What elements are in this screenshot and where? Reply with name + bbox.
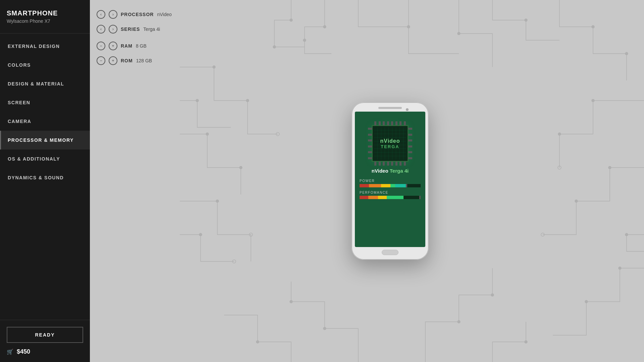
phone-speaker	[378, 107, 402, 109]
svg-point-0	[407, 25, 410, 28]
phone-camera	[406, 108, 409, 111]
price-row: 🛒 $450	[7, 348, 83, 355]
price-value: $450	[17, 348, 30, 355]
svg-point-26	[273, 46, 276, 48]
perf-bar-section: PERFOMANCE	[360, 191, 421, 199]
sidebar-item-design-material[interactable]: DESIGN & MATERIAL	[0, 74, 90, 93]
chip-title-brand: nVideo	[372, 168, 388, 174]
svg-point-18	[206, 133, 209, 135]
perf-bar-track	[360, 196, 421, 199]
sidebar-item-dynamics-sound[interactable]: DYNAMICS & SOUND	[0, 168, 90, 187]
chip-title-series: Terga 4i	[390, 168, 409, 174]
svg-point-20	[216, 200, 219, 202]
power-bar-track	[360, 184, 421, 187]
chip-visual: nVideo TERGA	[372, 125, 409, 162]
sidebar-item-os-additionaly[interactable]: OS & ADDITIONALY	[0, 149, 90, 168]
processor-label: PROCESSOR	[121, 12, 154, 17]
cart-icon: 🛒	[7, 349, 13, 355]
series-label: SERIES	[121, 26, 140, 32]
processor-value: nVideo	[157, 12, 171, 17]
processor-row: ‹ › PROCESSOR nVideo	[97, 10, 172, 19]
perf-bar-fill	[360, 196, 404, 199]
svg-point-22	[213, 66, 215, 68]
svg-point-10	[619, 267, 621, 269]
svg-point-1	[458, 32, 460, 35]
sidebar-item-colors[interactable]: COLORS	[0, 56, 90, 74]
phone-mockup: nVideo TERGA nVideo Terga 4i POWER	[352, 102, 429, 260]
rom-label: ROM	[121, 58, 133, 63]
series-value: Terga 4i	[143, 26, 160, 32]
svg-point-23	[246, 99, 249, 102]
series-next-btn[interactable]: ›	[109, 25, 117, 34]
sidebar: SMARTPHONE Wylsacom Phone X7 EXTERNAL DE…	[0, 0, 90, 362]
processor-prev-btn[interactable]: ‹	[97, 10, 105, 19]
brand-title: SMARTPHONE	[7, 9, 83, 17]
chip-full-title: nVideo Terga 4i	[372, 168, 409, 174]
rom-plus-btn[interactable]: +	[109, 56, 117, 65]
chip-pins-top	[374, 121, 406, 125]
svg-point-5	[592, 99, 594, 102]
svg-point-28	[303, 39, 306, 42]
chip-model: TERGA	[380, 144, 400, 149]
sidebar-header: SMARTPHONE Wylsacom Phone X7	[0, 0, 90, 34]
rom-row: − + ROM 128 GB	[97, 56, 172, 65]
sidebar-nav: EXTERNAL DESIGNCOLORSDESIGN & MATERIALSC…	[0, 37, 90, 320]
brand-model: Wylsacom Phone X7	[7, 18, 83, 24]
power-label: POWER	[360, 179, 421, 183]
svg-point-21	[199, 233, 202, 236]
power-bar-section: POWER	[360, 179, 421, 187]
ram-plus-btn[interactable]: +	[109, 42, 117, 50]
memory-group: − + RAM 8 GB − + ROM 128 GB	[97, 42, 172, 65]
phone-screen: nVideo TERGA nVideo Terga 4i POWER	[355, 112, 425, 247]
chip-pins-right	[408, 128, 412, 159]
power-bar-fill	[360, 184, 407, 187]
chip-pins-bottom	[374, 162, 406, 166]
svg-point-6	[558, 133, 561, 135]
svg-point-17	[525, 341, 527, 343]
chip-pins-left	[368, 128, 372, 159]
svg-point-13	[290, 300, 292, 303]
ram-value: 8 GB	[136, 43, 147, 49]
ram-label: RAM	[121, 43, 132, 49]
ready-button[interactable]: READY	[7, 327, 83, 343]
svg-point-15	[458, 320, 460, 323]
svg-point-25	[290, 19, 292, 21]
chip-brand: nVideo	[380, 138, 400, 144]
svg-point-19	[239, 166, 242, 169]
sidebar-item-camera[interactable]: CAMERA	[0, 112, 90, 131]
series-row: ‹ › SERIES Terga 4i	[97, 25, 172, 34]
controls-panel: ‹ › PROCESSOR nVideo ‹ › SERIES Terga 4i…	[97, 10, 172, 73]
svg-point-2	[525, 19, 527, 21]
ram-minus-btn[interactable]: −	[97, 42, 105, 50]
processor-group: ‹ › PROCESSOR nVideo ‹ › SERIES Terga 4i	[97, 10, 172, 34]
svg-point-7	[608, 166, 611, 169]
svg-point-11	[585, 300, 588, 303]
sidebar-item-screen[interactable]: SCREEN	[0, 93, 90, 112]
processor-next-btn[interactable]: ›	[109, 10, 117, 19]
ram-row: − + RAM 8 GB	[97, 42, 172, 50]
power-bar-end	[406, 184, 407, 187]
svg-point-4	[625, 52, 628, 55]
svg-point-12	[323, 327, 326, 330]
series-prev-btn[interactable]: ‹	[97, 25, 105, 34]
phone-home-button	[382, 250, 398, 255]
phone-body: nVideo TERGA nVideo Terga 4i POWER	[352, 102, 429, 260]
svg-point-24	[196, 99, 199, 102]
svg-point-9	[625, 233, 628, 236]
main-content: ‹ › PROCESSOR nVideo ‹ › SERIES Terga 4i…	[90, 0, 644, 362]
svg-point-3	[592, 25, 594, 28]
svg-point-8	[575, 200, 578, 202]
perf-label: PERFOMANCE	[360, 191, 421, 194]
svg-point-14	[256, 341, 259, 343]
chip-content: nVideo TERGA	[380, 138, 400, 149]
svg-point-27	[323, 25, 326, 28]
rom-minus-btn[interactable]: −	[97, 56, 105, 65]
perf-bar-end	[419, 196, 421, 199]
sidebar-item-external-design[interactable]: EXTERNAL DESIGN	[0, 37, 90, 56]
sidebar-bottom: READY 🛒 $450	[0, 320, 90, 362]
svg-point-16	[491, 294, 494, 296]
rom-value: 128 GB	[136, 58, 152, 63]
sidebar-item-processor-memory[interactable]: PROCESSOR & MEMORY	[0, 131, 90, 149]
